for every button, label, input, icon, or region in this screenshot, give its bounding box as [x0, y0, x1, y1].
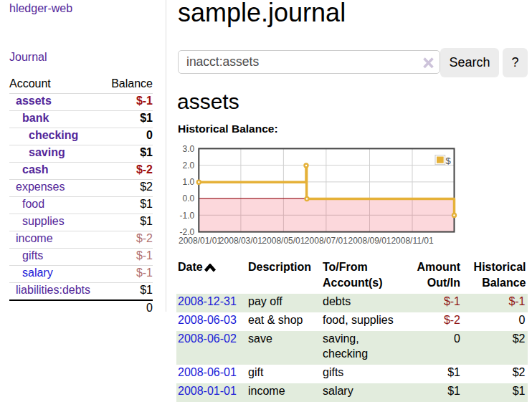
svg-text:2008/03/01: 2008/03/01 [219, 236, 262, 246]
svg-text:2.0: 2.0 [183, 160, 195, 171]
svg-text:2008/01/01: 2008/01/01 [179, 236, 222, 246]
svg-text:0.0: 0.0 [183, 193, 195, 203]
svg-text:2008/05/01: 2008/05/01 [262, 236, 305, 246]
svg-text:1.0: 1.0 [183, 177, 195, 187]
svg-text:3.0: 3.0 [183, 144, 195, 154]
svg-text:2008/11/01: 2008/11/01 [391, 236, 433, 246]
svg-text:2008/09/01: 2008/09/01 [348, 236, 391, 246]
svg-text:2008/07/01: 2008/07/01 [305, 236, 348, 246]
svg-text:$: $ [446, 155, 452, 166]
svg-text:-1.0: -1.0 [180, 211, 195, 221]
